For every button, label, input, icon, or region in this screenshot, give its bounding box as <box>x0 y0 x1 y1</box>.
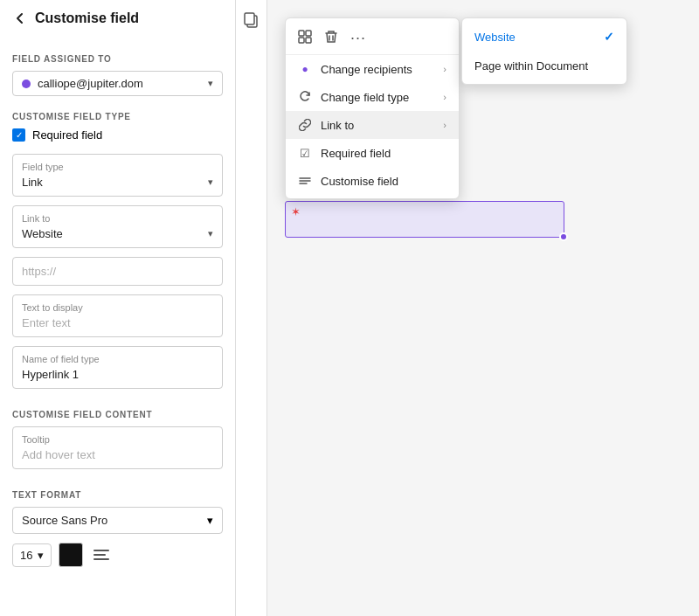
grid-icon[interactable] <box>298 30 312 47</box>
change-field-arrow-icon: › <box>443 92 446 102</box>
section-field-assigned-label: FIELD ASSIGNED TO <box>12 54 223 64</box>
required-label: Required field <box>32 128 102 142</box>
menu-item-required-field[interactable]: ☑ Required field <box>286 139 459 167</box>
copy-icon[interactable] <box>241 10 262 31</box>
page-title: Customise field <box>35 10 139 26</box>
required-field-icon: ☑ <box>298 146 312 160</box>
resize-handle[interactable] <box>559 232 568 241</box>
field-name-label: Name of field type <box>22 354 213 364</box>
font-size-chevron-icon: ▾ <box>38 549 44 562</box>
link-to-select[interactable]: Website ▾ <box>22 227 213 240</box>
menu-label-customise-field: Customise field <box>321 175 398 188</box>
field-type-select[interactable]: Link ▾ <box>22 176 213 189</box>
field-type-group: Field type Link ▾ <box>12 154 223 197</box>
tooltip-group: Tooltip Add hover text <box>12 426 223 469</box>
field-type-label: Field type <box>22 162 213 172</box>
customise-field-icon <box>298 174 312 188</box>
sidebar: Customise field FIELD ASSIGNED TO callio… <box>0 0 236 616</box>
menu-item-change-field-type[interactable]: Change field type › <box>286 83 459 111</box>
menu-item-customise-field[interactable]: Customise field <box>286 167 459 195</box>
text-display-input[interactable]: Enter text <box>22 316 213 329</box>
font-size-control[interactable]: 16 ▾ <box>12 543 52 567</box>
url-field[interactable]: https:// <box>12 257 223 286</box>
recipient-email: calliope@jupiter.dom <box>38 77 208 90</box>
required-field-row[interactable]: Required field <box>12 128 223 142</box>
url-placeholder: https:// <box>22 265 56 278</box>
menu-item-left: Link to <box>298 118 354 132</box>
menu-label-change-field-type: Change field type <box>321 91 409 104</box>
submenu-item-page-within-document[interactable]: Page within Document <box>462 52 626 80</box>
submenu-item-website[interactable]: Website ✓ <box>462 22 626 52</box>
link-to-arrow-icon: › <box>443 120 446 130</box>
menu-item-left: Change field type <box>298 90 409 104</box>
trash-icon[interactable] <box>324 30 338 47</box>
context-menu: ··· ● Change recipients › <box>285 17 460 199</box>
font-size-value: 16 <box>20 549 32 562</box>
required-checkbox[interactable] <box>12 128 25 142</box>
field-type-chevron-icon: ▾ <box>208 176 213 188</box>
link-to-value: Website <box>22 227 63 240</box>
field-name-value[interactable]: Hyperlink 1 <box>22 368 213 381</box>
doc-toolbar <box>236 0 267 616</box>
menu-label-change-recipients: Change recipients <box>321 63 412 76</box>
text-align-button[interactable] <box>90 546 113 564</box>
font-select[interactable]: Source Sans Pro ▾ <box>12 507 223 534</box>
back-header: Customise field <box>12 10 223 26</box>
menu-item-left: ☑ Required field <box>298 146 391 160</box>
tooltip-label: Tooltip <box>22 434 213 445</box>
text-display-label: Text to display <box>22 302 213 313</box>
menu-label-link-to: Link to <box>321 119 354 132</box>
menu-label-required-field: Required field <box>321 147 391 160</box>
link-to-chevron-icon: ▾ <box>208 228 213 239</box>
field-name-text: Hyperlink 1 <box>22 368 79 381</box>
text-to-display-group: Text to display Enter text <box>12 294 223 337</box>
check-icon: ✓ <box>604 30 614 44</box>
menu-item-change-recipients[interactable]: ● Change recipients › <box>286 55 459 83</box>
recipient-dot <box>22 80 31 88</box>
recipients-arrow-icon: › <box>443 64 446 74</box>
context-menu-wrapper: ··· ● Change recipients › <box>285 17 627 199</box>
link-to-group: Link to Website ▾ <box>12 205 223 248</box>
tooltip-input[interactable]: Add hover text <box>22 448 213 461</box>
section-customise-type-label: CUSTOMISE FIELD TYPE <box>12 112 223 121</box>
menu-top-bar: ··· <box>286 22 459 55</box>
format-row: 16 ▾ <box>12 543 223 567</box>
main-area: ··· ● Change recipients › <box>236 0 699 616</box>
submenu-label-website: Website <box>474 31 516 44</box>
doc-page: ··· ● Change recipients › <box>267 0 699 616</box>
svg-rect-1 <box>245 13 254 24</box>
field-type-value: Link <box>22 176 43 189</box>
submenu: Website ✓ Page within Document <box>461 17 627 85</box>
color-picker[interactable] <box>59 543 83 567</box>
menu-item-left: Customise field <box>298 174 398 188</box>
field-name-group: Name of field type Hyperlink 1 <box>12 346 223 389</box>
svg-rect-4 <box>299 38 304 43</box>
required-asterisk-icon: ✶ <box>291 205 301 218</box>
change-field-icon <box>298 90 312 104</box>
recipient-chevron-icon: ▾ <box>208 78 213 89</box>
svg-rect-2 <box>299 31 304 36</box>
svg-rect-3 <box>306 31 311 36</box>
recipient-row[interactable]: calliope@jupiter.dom ▾ <box>12 71 223 96</box>
link-to-label: Link to <box>22 213 213 224</box>
menu-item-left: ● Change recipients <box>298 62 412 76</box>
back-icon[interactable] <box>12 10 28 26</box>
section-text-format-label: TEXT FORMAT <box>12 490 223 500</box>
recipients-icon: ● <box>298 62 312 76</box>
font-chevron-icon: ▾ <box>207 514 213 527</box>
submenu-label-page-within-document: Page within Document <box>474 59 588 73</box>
font-value: Source Sans Pro <box>22 514 107 527</box>
link-field-box[interactable]: ✶ <box>285 201 564 238</box>
section-customise-content-label: CUSTOMISE FIELD CONTENT <box>12 410 223 419</box>
menu-item-link-to[interactable]: Link to › <box>286 111 459 139</box>
svg-rect-5 <box>306 38 311 43</box>
link-icon <box>298 118 312 132</box>
more-icon[interactable]: ··· <box>350 29 366 47</box>
